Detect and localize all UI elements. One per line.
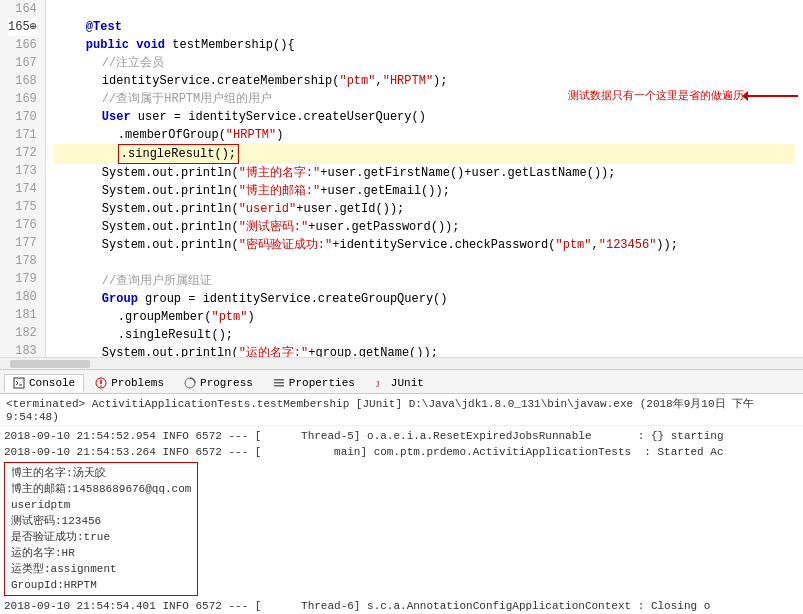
code-content: 164 165⊕ 166 167 168 169 170 171 172 173… bbox=[0, 0, 803, 357]
closing-text: Closing bbox=[651, 600, 697, 612]
line-num-181: 181 bbox=[8, 306, 37, 324]
code-line-179: //查询用户所属组证 bbox=[54, 272, 795, 290]
line-num-183: 183 bbox=[8, 342, 37, 357]
console-icon bbox=[13, 377, 25, 389]
line-num-164: 164 bbox=[8, 0, 37, 18]
code-line-173: System.out.println("博主的名字:"+user.getFirs… bbox=[54, 164, 795, 182]
console-output-line-2: 博主的邮箱:14588689676@qq.com bbox=[11, 481, 191, 497]
code-line-175: System.out.println("userid"+user.getId()… bbox=[54, 200, 795, 218]
code-line-174: System.out.println("博主的邮箱:"+user.getEmai… bbox=[54, 182, 795, 200]
console-tab-bar: Console Problems Progress Properties bbox=[0, 370, 803, 394]
code-line-177: System.out.println("密码验证成功:"+identitySer… bbox=[54, 236, 795, 254]
code-line-166: public void testMembership(){ bbox=[54, 36, 795, 54]
line-num-167: 167 bbox=[8, 54, 37, 72]
code-line-180: Group group = identityService.createGrou… bbox=[54, 290, 795, 308]
line-num-169: 169 bbox=[8, 90, 37, 108]
properties-icon bbox=[273, 377, 285, 389]
console-output-line-8: GroupId:HRPTM bbox=[11, 577, 191, 593]
line-num-165: 165⊕ bbox=[8, 18, 37, 36]
line-num-168: 168 bbox=[8, 72, 37, 90]
code-line-178 bbox=[54, 254, 795, 272]
console-output-box: 博主的名字:汤天皎 博主的邮箱:14588689676@qq.com useri… bbox=[4, 462, 198, 596]
junit-icon: J bbox=[375, 377, 387, 389]
tab-console[interactable]: Console bbox=[4, 374, 84, 392]
line-num-179: 179 bbox=[8, 270, 37, 288]
code-line-182: .singleResult(); bbox=[54, 326, 795, 344]
tab-console-label: Console bbox=[29, 377, 75, 389]
code-line-169: //查询属于HRPTM用户组的用户 bbox=[54, 90, 795, 108]
tab-problems[interactable]: Problems bbox=[86, 374, 173, 392]
line-num-175: 175 bbox=[8, 198, 37, 216]
console-output-line-3: useridptm bbox=[11, 497, 191, 513]
code-line-183: System.out.println("运的名字:"+group.getName… bbox=[54, 344, 795, 357]
code-line-164 bbox=[54, 0, 795, 18]
code-line-170: User user = identityService.createUserQu… bbox=[54, 108, 795, 126]
code-text-area: @Test public void testMembership(){ //注立… bbox=[46, 0, 803, 357]
console-area: Console Problems Progress Properties bbox=[0, 370, 803, 614]
tab-problems-label: Problems bbox=[111, 377, 164, 389]
svg-point-4 bbox=[100, 385, 102, 387]
code-line-167: //注立会员 bbox=[54, 54, 795, 72]
line-num-176: 176 bbox=[8, 216, 37, 234]
code-with-annotation: @Test public void testMembership(){ //注立… bbox=[46, 0, 803, 357]
code-line-181: .groupMember("ptm") bbox=[54, 308, 795, 326]
console-line-1: 2018-09-10 21:54:52.954 INFO 6572 --- [ … bbox=[4, 428, 799, 444]
console-output-line-5: 是否验证成功:true bbox=[11, 529, 191, 545]
progress-icon bbox=[184, 377, 196, 389]
problems-icon bbox=[95, 377, 107, 389]
code-line-172: .singleResult(); bbox=[54, 144, 795, 164]
code-line-168: identityService.createMembership("ptm","… bbox=[54, 72, 795, 90]
code-editor: 164 165⊕ 166 167 168 169 170 171 172 173… bbox=[0, 0, 803, 370]
line-num-174: 174 bbox=[8, 180, 37, 198]
console-body[interactable]: 2018-09-10 21:54:52.954 INFO 6572 --- [ … bbox=[0, 426, 803, 614]
code-horizontal-scrollbar[interactable] bbox=[0, 357, 803, 369]
tab-properties[interactable]: Properties bbox=[264, 374, 364, 392]
tab-properties-label: Properties bbox=[289, 377, 355, 389]
console-output-line-4: 测试密码:123456 bbox=[11, 513, 191, 529]
line-num-177: 177 bbox=[8, 234, 37, 252]
tab-progress-label: Progress bbox=[200, 377, 253, 389]
console-header: <terminated> ActivitiApplicationTests.te… bbox=[0, 394, 803, 426]
line-num-172: 172 bbox=[8, 144, 37, 162]
console-output-line-6: 运的名字:HR bbox=[11, 545, 191, 561]
line-num-170: 170 bbox=[8, 108, 37, 126]
line-num-173: 173 bbox=[8, 162, 37, 180]
svg-rect-6 bbox=[274, 379, 284, 381]
line-numbers: 164 165⊕ 166 167 168 169 170 171 172 173… bbox=[0, 0, 46, 357]
code-line-171: .memberOfGroup("HRPTM") bbox=[54, 126, 795, 144]
svg-rect-7 bbox=[274, 382, 284, 384]
scrollbar-thumb[interactable] bbox=[10, 360, 90, 368]
code-line-176: System.out.println("测试密码:"+user.getPassw… bbox=[54, 218, 795, 236]
svg-text:J: J bbox=[376, 379, 380, 389]
console-header-text: <terminated> ActivitiApplicationTests.te… bbox=[6, 398, 754, 423]
svg-rect-0 bbox=[14, 378, 24, 388]
tab-junit-label: JUnit bbox=[391, 377, 424, 389]
console-line-footer1: 2018-09-10 21:54:54.401 INFO 6572 --- [ … bbox=[4, 598, 799, 614]
svg-rect-8 bbox=[274, 385, 284, 387]
console-output-line-1: 博主的名字:汤天皎 bbox=[11, 465, 191, 481]
line-num-178: 178 bbox=[8, 252, 37, 270]
tab-progress[interactable]: Progress bbox=[175, 374, 262, 392]
code-line-165: @Test bbox=[54, 18, 795, 36]
console-output-line-7: 运类型:assignment bbox=[11, 561, 191, 577]
tab-junit[interactable]: J JUnit bbox=[366, 374, 433, 392]
line-num-180: 180 bbox=[8, 288, 37, 306]
console-line-2: 2018-09-10 21:54:53.264 INFO 6572 --- [ … bbox=[4, 444, 799, 460]
line-num-171: 171 bbox=[8, 126, 37, 144]
line-num-182: 182 bbox=[8, 324, 37, 342]
line-num-166: 166 bbox=[8, 36, 37, 54]
